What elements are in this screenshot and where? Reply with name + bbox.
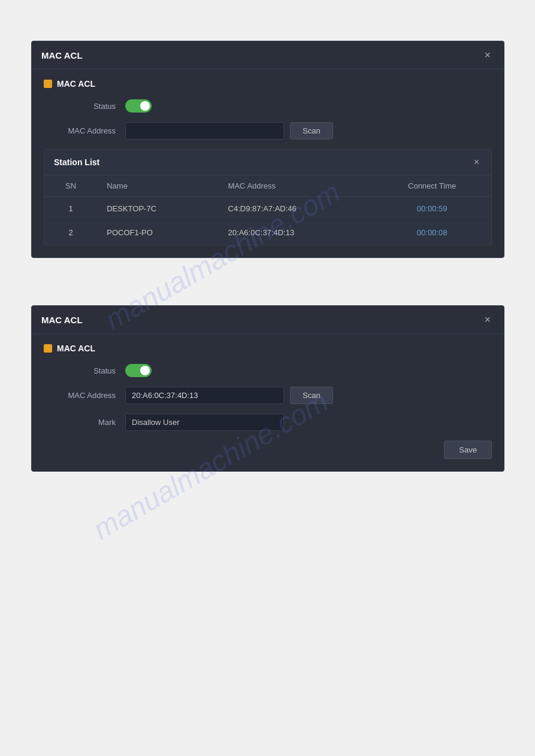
- col-mac: MAC Address: [219, 175, 373, 197]
- dialog-2-section-title: MAC ACL: [57, 344, 95, 353]
- station-list-title: Station List: [54, 157, 99, 167]
- cell-name: DESKTOP-7C: [97, 197, 218, 221]
- col-sn: SN: [44, 175, 97, 197]
- cell-sn: 1: [44, 197, 97, 221]
- mark-label: Mark: [44, 418, 116, 427]
- cell-name: POCOF1-PO: [97, 221, 218, 245]
- mac-address-row-1: MAC Address Scan: [44, 122, 492, 139]
- save-row: Save: [44, 441, 492, 459]
- toggle-switch[interactable]: [125, 99, 152, 113]
- mac-address-input-1[interactable]: [125, 122, 284, 139]
- mac-address-row-2: MAC Address Scan: [44, 387, 492, 404]
- table-row[interactable]: 2 POCOF1-PO 20:A6:0C:37:4D:13 00:00:08: [44, 221, 491, 245]
- status-row: Status: [44, 99, 492, 113]
- dialog-1-body: MAC ACL Status MAC Address Scan Station …: [32, 69, 504, 257]
- dialog-2-title: MAC ACL: [41, 315, 83, 325]
- table-header-row: SN Name MAC Address Connect Time: [44, 175, 491, 197]
- cell-sn: 2: [44, 221, 97, 245]
- status-toggle[interactable]: [125, 99, 152, 113]
- save-button[interactable]: Save: [444, 441, 492, 459]
- mac-address-label-1: MAC Address: [44, 126, 116, 135]
- mac-address-label-2: MAC Address: [44, 391, 116, 400]
- station-list-close-button[interactable]: ×: [471, 156, 482, 169]
- section-indicator-2: [44, 344, 52, 353]
- dialog-2-body: MAC ACL Status MAC Address Scan Mark Sav…: [32, 334, 504, 471]
- status-label: Status: [44, 102, 116, 111]
- section-indicator: [44, 80, 52, 88]
- col-name: Name: [97, 175, 218, 197]
- dialog-2-section: MAC ACL: [44, 344, 492, 353]
- toggle-thumb: [140, 101, 150, 111]
- dialog-1-title: MAC ACL: [41, 50, 83, 60]
- dialog-1-section: MAC ACL: [44, 79, 492, 89]
- cell-mac: C4:D9:87:A7:AD:46: [219, 197, 373, 221]
- dialog-2-close-button[interactable]: ×: [480, 313, 494, 326]
- dialog-1-header: MAC ACL ×: [32, 41, 504, 69]
- mac-acl-dialog-2: MAC ACL × MAC ACL Status MAC Address Sca…: [31, 305, 504, 472]
- status-toggle-2[interactable]: [125, 364, 152, 377]
- status-row-2: Status: [44, 364, 492, 377]
- toggle-track-2: [125, 364, 152, 377]
- status-label-2: Status: [44, 366, 116, 375]
- cell-mac: 20:A6:0C:37:4D:13: [219, 221, 373, 245]
- station-list-table: SN Name MAC Address Connect Time 1 DESKT…: [44, 175, 491, 245]
- cell-time: 00:00:08: [373, 221, 491, 245]
- dialog-2-header: MAC ACL ×: [32, 306, 504, 334]
- toggle-switch-2[interactable]: [125, 364, 152, 377]
- mac-address-input-2[interactable]: [125, 387, 284, 404]
- mac-acl-dialog-1: MAC ACL × MAC ACL Status MAC Address Sca…: [31, 41, 504, 258]
- scan-button-1[interactable]: Scan: [290, 122, 333, 139]
- col-time: Connect Time: [373, 175, 491, 197]
- dialog-1-section-title: MAC ACL: [57, 79, 95, 89]
- dialog-1-close-button[interactable]: ×: [480, 48, 494, 62]
- toggle-thumb-2: [140, 366, 150, 375]
- cell-time: 00:00:59: [373, 197, 491, 221]
- station-list-dialog: Station List × SN Name MAC Address Conne…: [44, 149, 492, 245]
- toggle-track: [125, 99, 152, 113]
- scan-button-2[interactable]: Scan: [290, 387, 333, 404]
- table-row[interactable]: 1 DESKTOP-7C C4:D9:87:A7:AD:46 00:00:59: [44, 197, 491, 221]
- mark-input[interactable]: [125, 414, 284, 431]
- station-list-header: Station List ×: [44, 150, 491, 175]
- mark-row: Mark: [44, 414, 492, 431]
